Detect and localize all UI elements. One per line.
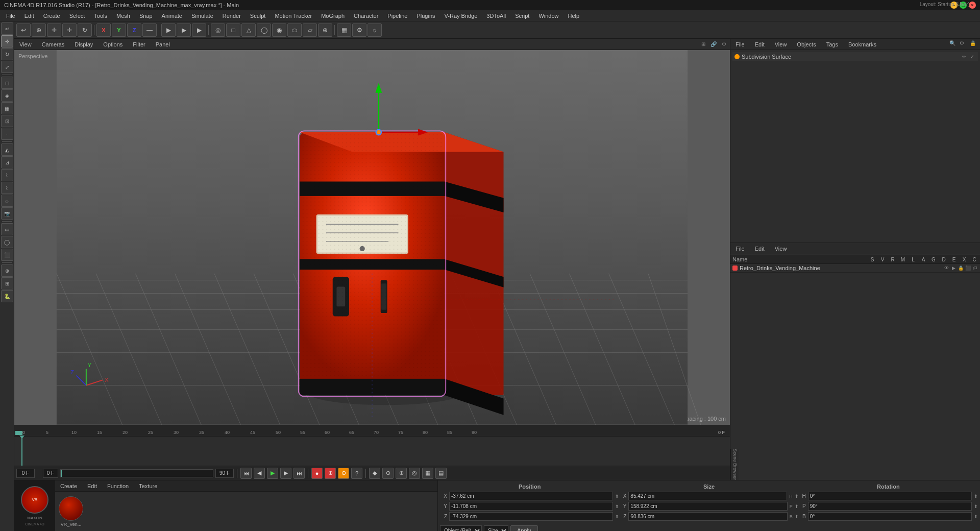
prop-rh-input[interactable] — [808, 492, 972, 500]
menu-3dtoall[interactable]: 3DToAll — [482, 12, 510, 20]
tb-box[interactable]: □ — [226, 23, 240, 37]
prop-rp-input[interactable] — [808, 502, 972, 511]
viewport[interactable]: Perspective Grid Spacing : 100 cm — [14, 50, 730, 425]
tp-play[interactable]: ▶ — [267, 468, 278, 479]
tb-settings[interactable]: ⚙ — [352, 23, 366, 37]
rt-icon-lock[interactable]: 🔒 — [970, 40, 978, 49]
mat-menu-function[interactable]: Function — [104, 482, 132, 490]
menu-simulate[interactable]: Simulate — [187, 12, 217, 20]
prop-z-arrow[interactable]: ⬆ — [615, 514, 619, 519]
tb-render-active[interactable]: ▶ — [177, 23, 191, 37]
apply-button[interactable]: Apply — [510, 525, 538, 531]
menu-select[interactable]: Select — [65, 12, 89, 20]
menu-character[interactable]: Character — [350, 12, 382, 20]
tp-keyframe[interactable]: ◆ — [369, 468, 380, 479]
rb-menu-file[interactable]: File — [732, 245, 748, 252]
rt-menu-objects[interactable]: Objects — [794, 41, 819, 48]
timeline-playhead[interactable] — [21, 437, 22, 466]
tb-z-axis[interactable]: Z — [127, 23, 141, 37]
tool-undo[interactable]: ↩ — [1, 22, 13, 35]
menu-pipeline[interactable]: Pipeline — [383, 12, 411, 20]
rt-menu-edit[interactable]: Edit — [752, 41, 768, 48]
tp-record[interactable]: ● — [311, 468, 323, 479]
tool-light[interactable]: ☼ — [1, 195, 13, 207]
prop-sy-input[interactable] — [628, 502, 787, 511]
obj-icon-vis[interactable]: 👁 — [943, 265, 949, 271]
mat-menu-texture[interactable]: Texture — [136, 482, 160, 490]
right-side-tab[interactable]: Scene Browser — [730, 449, 739, 480]
tb-render-view[interactable]: ▶ — [161, 23, 176, 37]
tool-python[interactable]: 🐍 — [1, 290, 13, 302]
menu-snap[interactable]: Snap — [135, 12, 157, 20]
prop-y-input[interactable] — [449, 502, 613, 511]
rb-menu-view[interactable]: View — [772, 245, 790, 252]
current-frame-input[interactable] — [16, 469, 35, 478]
obj-icon-mat[interactable]: ⬛ — [965, 265, 971, 271]
tp-skip-start[interactable]: ⏮ — [240, 468, 252, 479]
tool-deformer[interactable]: ⌇ — [1, 182, 13, 194]
start-frame-input[interactable] — [43, 469, 58, 478]
obj-icon-lock[interactable]: 🔒 — [958, 265, 964, 271]
prop-sy-arrow[interactable]: ⬆ — [795, 504, 799, 509]
menu-sculpt[interactable]: Sculpt — [246, 12, 270, 20]
mat-menu-edit[interactable]: Edit — [84, 482, 100, 490]
tb-capsule[interactable]: ⬭ — [287, 23, 302, 37]
tp-next-frame[interactable]: ▶ — [280, 468, 291, 479]
tool-polygon[interactable]: ▦ — [1, 102, 13, 114]
rt-menu-view[interactable]: View — [772, 41, 790, 48]
tp-motion[interactable]: ⊕ — [396, 468, 407, 479]
tool-move[interactable]: ✛ — [1, 35, 13, 47]
tb-circle[interactable]: ◎ — [211, 23, 225, 37]
prop-sx-input[interactable] — [628, 492, 787, 500]
rt-icon-settings[interactable]: ⚙ — [960, 40, 968, 49]
tb-x-axis[interactable]: X — [96, 23, 111, 37]
prop-y-arrow[interactable]: ⬆ — [615, 504, 619, 509]
tool-material[interactable]: ⬛ — [1, 249, 13, 261]
vp-icon-expand[interactable]: ⊞ — [699, 40, 707, 49]
tb-grid[interactable]: ▦ — [337, 23, 351, 37]
prop-sz-input[interactable] — [628, 512, 787, 521]
menu-script[interactable]: Script — [511, 12, 533, 20]
tp-prev-frame[interactable]: ◀ — [254, 468, 265, 479]
timeline-ruler[interactable]: 0 5 10 15 20 25 30 35 40 45 50 55 — [14, 425, 730, 437]
mat-menu-create[interactable]: Create — [57, 482, 80, 490]
tool-nurbs[interactable]: ⊿ — [1, 156, 13, 168]
menu-edit[interactable]: Edit — [20, 12, 38, 20]
vp-menu-panel[interactable]: Panel — [153, 41, 173, 48]
tp-camera[interactable]: ◎ — [409, 468, 420, 479]
end-frame-input[interactable] — [215, 469, 234, 478]
menu-motion-tracker[interactable]: Motion Tracker — [271, 12, 316, 20]
rt-menu-tags[interactable]: Tags — [823, 41, 841, 48]
menu-plugins[interactable]: Plugins — [412, 12, 439, 20]
ss-icon-edit[interactable]: ✏ — [961, 53, 968, 60]
rt-menu-file[interactable]: File — [732, 41, 748, 48]
table-row[interactable]: Retro_Drinks_Vending_Machine 👁 ▶ 🔒 ⬛ 🏷 — [730, 264, 980, 273]
tb-render-all[interactable]: ▶ — [192, 23, 206, 37]
menu-vray-bridge[interactable]: V-Ray Bridge — [440, 12, 482, 20]
menu-mesh[interactable]: Mesh — [112, 12, 134, 20]
prop-rb-arrow[interactable]: ⬆ — [974, 514, 978, 519]
menu-window[interactable]: Window — [534, 12, 562, 20]
subdivision-surface-item[interactable]: Subdivision Surface ✏ ✓ — [732, 52, 978, 61]
menu-help[interactable]: Help — [564, 12, 584, 20]
vp-menu-filter[interactable]: Filter — [130, 41, 148, 48]
menu-tools[interactable]: Tools — [90, 12, 111, 20]
list-item[interactable]: VR_Ven... — [57, 496, 85, 527]
tool-object[interactable]: ◈ — [1, 89, 13, 102]
tool-scale[interactable]: ⤢ — [1, 61, 13, 73]
prop-rp-arrow[interactable]: ⬆ — [974, 504, 978, 509]
vp-icon-settings[interactable]: ⚙ — [720, 40, 728, 49]
tp-keyframe-2[interactable]: ⊙ — [382, 468, 394, 479]
tp-timeline[interactable]: ? — [351, 468, 362, 479]
tool-select[interactable]: ◻ — [1, 77, 13, 89]
prop-sx-arrow[interactable]: ⬆ — [795, 494, 799, 499]
tb-rotate[interactable]: ↻ — [78, 23, 92, 37]
menu-animate[interactable]: Animate — [158, 12, 186, 20]
tp-auto-key[interactable]: ⊙ — [338, 468, 349, 479]
tb-torus[interactable]: ◉ — [272, 23, 286, 37]
rt-menu-bookmarks[interactable]: Bookmarks — [845, 41, 879, 48]
tb-y-axis[interactable]: Y — [112, 23, 126, 37]
vp-menu-options[interactable]: Options — [100, 41, 126, 48]
tp-sequencer[interactable]: ▤ — [435, 468, 447, 479]
rb-menu-edit[interactable]: Edit — [752, 245, 768, 252]
